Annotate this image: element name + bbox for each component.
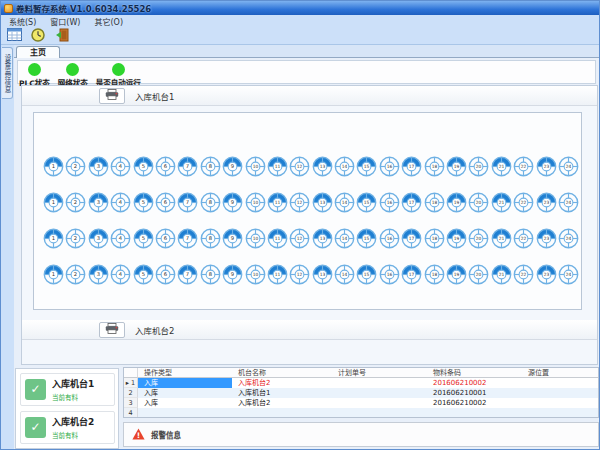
slot-3-23[interactable]: 23 — [536, 228, 557, 249]
slot-4-3[interactable]: 3 — [88, 264, 109, 285]
slot-4-17[interactable]: 17 — [401, 264, 422, 285]
table-row-1[interactable]: ▸ 1入库入库机台2201606210002 — [124, 378, 598, 388]
slot-1-6[interactable]: 6 — [155, 156, 176, 177]
slot-3-4[interactable]: 4 — [110, 228, 131, 249]
slot-3-10[interactable]: 10 — [245, 228, 266, 249]
slot-3-1[interactable]: 1 — [43, 228, 64, 249]
slot-3-19[interactable]: 19 — [446, 228, 467, 249]
slot-1-5[interactable]: 5 — [133, 156, 154, 177]
slot-1-19[interactable]: 19 — [446, 156, 467, 177]
slot-2-11[interactable]: 11 — [267, 192, 288, 213]
slot-4-12[interactable]: 12 — [289, 264, 310, 285]
slot-4-24[interactable]: 24 — [558, 264, 579, 285]
slot-3-8[interactable]: 8 — [200, 228, 221, 249]
slot-4-4[interactable]: 4 — [110, 264, 131, 285]
column-header-2[interactable]: 机台名称 — [232, 368, 332, 378]
cell-machine[interactable] — [232, 408, 332, 418]
slot-4-10[interactable]: 10 — [245, 264, 266, 285]
slot-2-18[interactable]: 18 — [424, 192, 445, 213]
slot-4-11[interactable]: 11 — [267, 264, 288, 285]
cell-op[interactable]: 入库 — [138, 398, 232, 408]
slot-2-6[interactable]: 6 — [155, 192, 176, 213]
clock-button[interactable] — [29, 29, 47, 44]
schedule-button[interactable] — [5, 29, 23, 44]
slot-4-8[interactable]: 8 — [200, 264, 221, 285]
print-button-machine1[interactable] — [99, 88, 125, 104]
cell-barcode[interactable] — [427, 408, 522, 418]
table-row-4[interactable]: 4 — [124, 408, 598, 418]
slot-4-15[interactable]: 15 — [356, 264, 377, 285]
tab-home[interactable]: 主页 — [16, 46, 60, 58]
slot-3-21[interactable]: 21 — [491, 228, 512, 249]
slot-4-22[interactable]: 22 — [513, 264, 534, 285]
print-button-machine2[interactable] — [99, 322, 125, 338]
cell-op[interactable]: 入库 — [138, 388, 232, 398]
slot-1-18[interactable]: 18 — [424, 156, 445, 177]
slot-1-1[interactable]: 1 — [43, 156, 64, 177]
slot-1-23[interactable]: 23 — [536, 156, 557, 177]
slot-2-7[interactable]: 7 — [177, 192, 198, 213]
slot-2-4[interactable]: 4 — [110, 192, 131, 213]
slot-1-17[interactable]: 17 — [401, 156, 422, 177]
cell-barcode[interactable]: 201606210002 — [427, 398, 522, 408]
cell-machine[interactable]: 入库机台2 — [232, 378, 332, 388]
slot-2-9[interactable]: 9 — [222, 192, 243, 213]
slot-1-24[interactable]: 24 — [558, 156, 579, 177]
slot-3-16[interactable]: 16 — [379, 228, 400, 249]
cell-source[interactable] — [522, 388, 598, 398]
slot-3-20[interactable]: 20 — [468, 228, 489, 249]
slot-4-6[interactable]: 6 — [155, 264, 176, 285]
slot-4-16[interactable]: 16 — [379, 264, 400, 285]
slot-3-14[interactable]: 14 — [334, 228, 355, 249]
slot-3-24[interactable]: 24 — [558, 228, 579, 249]
slot-3-2[interactable]: 2 — [65, 228, 86, 249]
machine-card-2[interactable]: ✓入库机台2当前有料 — [20, 411, 115, 444]
slot-3-6[interactable]: 6 — [155, 228, 176, 249]
collapsed-panel-tab[interactable]: 设备监控信息 — [2, 47, 13, 99]
slot-1-14[interactable]: 14 — [334, 156, 355, 177]
slot-4-18[interactable]: 18 — [424, 264, 445, 285]
slot-4-7[interactable]: 7 — [177, 264, 198, 285]
slot-3-3[interactable]: 3 — [88, 228, 109, 249]
column-header-1[interactable]: 操作类型 — [138, 368, 232, 378]
cell-plan[interactable] — [332, 378, 427, 388]
slot-1-7[interactable]: 7 — [177, 156, 198, 177]
slot-1-11[interactable]: 11 — [267, 156, 288, 177]
cell-source[interactable] — [522, 398, 598, 408]
table-row-3[interactable]: 3入库入库机台2201606210002 — [124, 398, 598, 408]
cell-barcode[interactable]: 201606210002 — [427, 378, 522, 388]
menu-system[interactable]: 系统(S) — [9, 16, 36, 27]
slot-2-2[interactable]: 2 — [65, 192, 86, 213]
slot-2-23[interactable]: 23 — [536, 192, 557, 213]
machine-card-1[interactable]: ✓入库机台1当前有料 — [20, 373, 115, 406]
slot-1-8[interactable]: 8 — [200, 156, 221, 177]
title-bar[interactable]: 卷料暂存系统 V1.0.6034.25526 — [1, 1, 600, 15]
menu-other[interactable]: 其它(O) — [94, 16, 123, 27]
cell-plan[interactable] — [332, 408, 427, 418]
slot-2-5[interactable]: 5 — [133, 192, 154, 213]
slot-2-17[interactable]: 17 — [401, 192, 422, 213]
cell-source[interactable] — [522, 378, 598, 388]
slot-3-13[interactable]: 13 — [312, 228, 333, 249]
column-header-3[interactable]: 计划单号 — [332, 368, 427, 378]
slot-1-20[interactable]: 20 — [468, 156, 489, 177]
slot-2-24[interactable]: 24 — [558, 192, 579, 213]
slot-3-11[interactable]: 11 — [267, 228, 288, 249]
cell-machine[interactable]: 入库机台1 — [232, 388, 332, 398]
slot-3-9[interactable]: 9 — [222, 228, 243, 249]
column-header-5[interactable]: 源位置 — [522, 368, 598, 378]
slot-4-20[interactable]: 20 — [468, 264, 489, 285]
slot-1-15[interactable]: 15 — [356, 156, 377, 177]
slot-3-18[interactable]: 18 — [424, 228, 445, 249]
slot-2-13[interactable]: 13 — [312, 192, 333, 213]
menu-window[interactable]: 窗口(W) — [50, 16, 80, 27]
slot-3-7[interactable]: 7 — [177, 228, 198, 249]
slot-2-16[interactable]: 16 — [379, 192, 400, 213]
slot-1-10[interactable]: 10 — [245, 156, 266, 177]
slot-1-16[interactable]: 16 — [379, 156, 400, 177]
slot-1-2[interactable]: 2 — [65, 156, 86, 177]
slot-1-9[interactable]: 9 — [222, 156, 243, 177]
slot-4-5[interactable]: 5 — [133, 264, 154, 285]
slot-4-2[interactable]: 2 — [65, 264, 86, 285]
column-header-4[interactable]: 物料条码 — [427, 368, 522, 378]
